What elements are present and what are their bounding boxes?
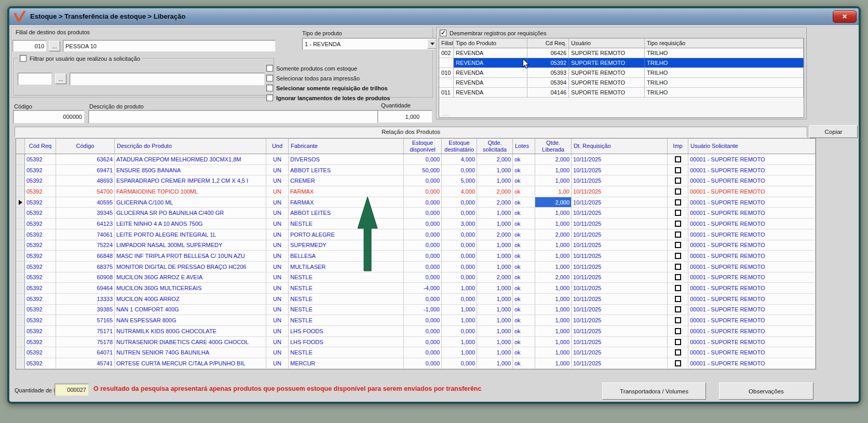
cell-fabricante[interactable]: NESTLE <box>289 294 404 304</box>
cell-cod-req[interactable]: 05392 <box>25 165 56 175</box>
cell-qtde-liberada[interactable]: 1,000 <box>535 347 572 358</box>
cell-estoque-disponivel[interactable]: 0,000 <box>404 272 442 283</box>
req-cell-usuario[interactable]: SUPORTE REMOTO <box>569 48 645 58</box>
cell-dt-requisicao[interactable]: 10/11/2025 <box>572 283 668 293</box>
req-cell-filial[interactable]: 002 <box>439 48 454 58</box>
column-header-fabricante[interactable]: Fabricante <box>289 139 404 154</box>
cell-lotes[interactable]: ok <box>513 262 535 272</box>
quantidade-input[interactable]: 1,000 <box>377 110 432 123</box>
cell-qtde-solicitada[interactable]: 1,000 <box>477 326 513 336</box>
cell-dt-requisicao[interactable]: 10/11/2025 <box>572 186 668 197</box>
cell-codigo[interactable]: 45741 <box>56 358 115 369</box>
cell-lotes[interactable]: ok <box>513 326 535 336</box>
cell-estoque-destinatario[interactable]: 1,000 <box>442 337 477 347</box>
cell-fabricante[interactable]: DIVERSOS <box>289 154 404 165</box>
copy-button[interactable]: Copiar <box>809 125 858 138</box>
req-column-header-tipo-requisicao[interactable]: Tipo requisição <box>645 38 804 48</box>
cell-qtde-solicitada[interactable]: 1,000 <box>477 305 513 315</box>
product-row[interactable]: 0539248693ESPARADRAPO CREMER IMPERM 1,2 … <box>16 175 816 186</box>
imp-checkbox[interactable] <box>675 231 681 238</box>
cell-lotes[interactable]: ok <box>513 197 535 208</box>
cell-codigo[interactable]: 75171 <box>56 326 115 336</box>
cell-estoque-disponivel[interactable]: -4,000 <box>404 283 442 293</box>
product-row[interactable]: 0539240595GLICERINA C/100 MLUNFARMAX0,00… <box>16 197 816 208</box>
imp-checkbox[interactable] <box>675 221 681 227</box>
req-cell-usuario[interactable]: SUPORTE REMOTO <box>569 68 645 77</box>
product-row[interactable]: 0539264123LEITE NINHO 4 A 10 ANOS 750GUN… <box>16 219 816 229</box>
cell-codigo[interactable]: 75224 <box>56 240 115 251</box>
imp-checkbox[interactable] <box>675 360 681 366</box>
product-row[interactable]: 0539274061LEITE PORTO ALEGRE INTEGRAL 1L… <box>16 229 816 240</box>
product-row[interactable]: 0539266848MASC INF TRIPLA PROT BELLESA C… <box>16 251 816 262</box>
cell-dt-requisicao[interactable]: 10/11/2025 <box>572 326 668 336</box>
cell-imp[interactable] <box>668 262 688 272</box>
imp-checkbox[interactable] <box>675 242 681 248</box>
product-row[interactable]: 0539257165NAN ESPESSAR 800GUNNESTLE0,000… <box>16 315 816 326</box>
cell-fabricante[interactable]: ABBOT LEITES <box>289 208 404 218</box>
cell-lotes[interactable]: ok <box>513 175 535 186</box>
cell-estoque-destinatario[interactable]: 5,000 <box>442 175 477 186</box>
cell-imp[interactable] <box>668 251 688 261</box>
req-column-header-usuario[interactable]: Usuário <box>569 38 645 48</box>
cell-qtde-liberada[interactable]: 1,000 <box>535 165 572 175</box>
imp-checkbox[interactable] <box>675 339 681 345</box>
cell-estoque-disponivel[interactable]: 0,000 <box>404 337 442 347</box>
cell-qtde-liberada[interactable]: 1,000 <box>535 315 572 325</box>
req-cell-cd-req[interactable]: 05392 <box>527 58 569 67</box>
cell-estoque-disponivel[interactable]: -1,000 <box>404 305 442 315</box>
cell-dt-requisicao[interactable]: 10/11/2025 <box>572 208 668 218</box>
cell-estoque-disponivel[interactable]: 0,000 <box>404 197 442 208</box>
cell-lotes[interactable]: ok <box>513 186 535 197</box>
cell-und[interactable]: UN <box>266 219 289 229</box>
cell-und[interactable]: UN <box>266 315 289 325</box>
cell-qtde-solicitada[interactable]: 1,000 <box>477 208 513 218</box>
req-cell-tipo-produto[interactable]: REVENDA <box>454 58 527 67</box>
product-row[interactable]: 0539245741ORTESE CURTA MERCUR C/TALA P/P… <box>16 358 816 369</box>
req-row[interactable]: 010REVENDA05393SUPORTE REMOTOTRILHO <box>439 68 804 78</box>
product-row[interactable]: 0539239385NAN 1 COMFORT 400GUNNESTLE-1,0… <box>16 305 816 316</box>
cell-imp[interactable] <box>668 315 688 325</box>
req-cell-cd-req[interactable]: 04146 <box>527 88 569 97</box>
req-cell-usuario[interactable]: SUPORTE REMOTO <box>569 88 645 97</box>
cell-und[interactable]: UN <box>266 186 289 197</box>
column-header-qtde-solicitada[interactable]: Qtde. solicitada <box>477 139 513 154</box>
cell-dt-requisicao[interactable]: 10/11/2025 <box>572 197 668 208</box>
cell-codigo[interactable]: 66848 <box>56 251 115 261</box>
option-checkbox[interactable] <box>266 85 273 91</box>
cell-imp[interactable] <box>668 197 688 208</box>
product-row[interactable]: 0539213333MUCILON 400G ARROZUNNESTLE0,00… <box>16 294 816 305</box>
cell-usuario-solicitante[interactable]: 00001 - SUPORTE REMOTO <box>688 240 816 251</box>
cell-cod-req[interactable]: 05392 <box>25 315 56 325</box>
req-cell-tipo-produto[interactable]: REVENDA <box>454 48 527 58</box>
imp-checkbox[interactable] <box>675 349 681 356</box>
req-cell-tipo-produto[interactable]: REVENDA <box>454 78 527 87</box>
imp-checkbox[interactable] <box>675 328 681 334</box>
cell-lotes[interactable]: ok <box>513 208 535 218</box>
cell-und[interactable]: UN <box>266 175 289 186</box>
cell-und[interactable]: UN <box>266 262 289 272</box>
imp-checkbox[interactable] <box>675 296 681 302</box>
cell-qtde-liberada[interactable]: 1,000 <box>535 294 572 304</box>
product-row[interactable]: 0539275171NUTRAMILK KIDS 800G CHOCOLATEU… <box>16 326 816 337</box>
column-header-imp[interactable]: Imp <box>668 139 688 154</box>
cell-lotes[interactable]: ok <box>513 251 535 261</box>
cell-cod-req[interactable]: 05392 <box>25 305 56 315</box>
cell-codigo[interactable]: 57165 <box>56 315 115 325</box>
cell-estoque-destinatario[interactable]: 4,000 <box>442 154 477 165</box>
cell-dt-requisicao[interactable]: 10/11/2025 <box>572 251 668 261</box>
cell-codigo[interactable]: 64123 <box>56 219 115 229</box>
cell-codigo[interactable]: 64071 <box>56 347 115 358</box>
cell-descricao[interactable]: ATADURA CREPOM MELHORMED 30CMX1,8M <box>115 154 266 165</box>
req-cell-filial[interactable]: 011 <box>439 88 454 97</box>
cell-lotes[interactable]: ok <box>513 165 535 175</box>
cell-descricao[interactable]: LEITE NINHO 4 A 10 ANOS 750G <box>115 219 266 229</box>
descricao-input[interactable] <box>88 110 382 124</box>
column-header-cod-req[interactable]: Cód Req <box>25 139 56 154</box>
column-header-qtde-liberada[interactable]: Qtde. Liberada <box>535 139 572 154</box>
cell-descricao[interactable]: MONITOR DIGITAL DE PRESSAO BRAÇO HC206 <box>115 262 266 272</box>
cell-und[interactable]: UN <box>266 294 289 304</box>
imp-checkbox[interactable] <box>675 317 681 323</box>
cell-imp[interactable] <box>668 175 688 186</box>
cell-estoque-disponivel[interactable]: 0,000 <box>404 219 442 229</box>
cell-estoque-destinatario[interactable]: 0,000 <box>442 197 477 208</box>
